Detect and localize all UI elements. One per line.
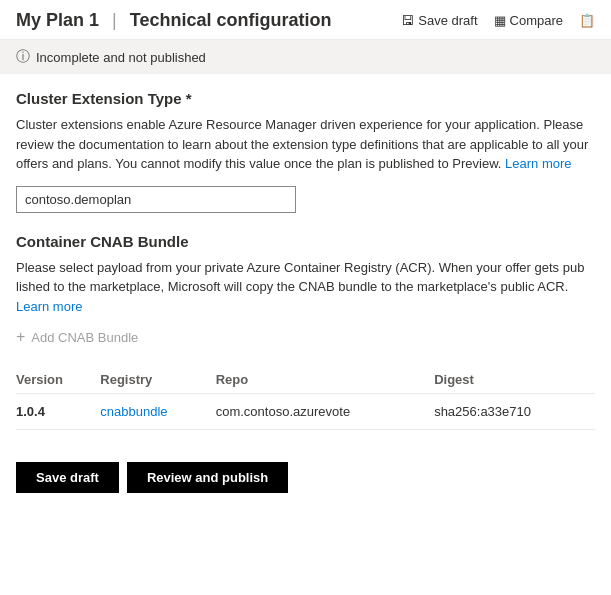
cluster-extension-section: Cluster Extension Type * Cluster extensi… [16, 90, 595, 213]
save-icon: 🖫 [401, 13, 414, 28]
table-row: 1.0.4 cnabbundle com.contoso.azurevote s… [16, 394, 595, 430]
review-publish-button[interactable]: Review and publish [127, 462, 288, 493]
col-version: Version [16, 366, 100, 394]
row-registry[interactable]: cnabbundle [100, 394, 215, 430]
cnab-bundle-table: Version Registry Repo Digest 1.0.4 cnabb… [16, 366, 595, 430]
plus-icon: + [16, 328, 25, 346]
row-version: 1.0.4 [16, 394, 100, 430]
copy-icon: 📋 [579, 13, 595, 28]
status-bar: ⓘ Incomplete and not published [0, 40, 611, 74]
status-message: Incomplete and not published [36, 50, 206, 65]
add-cnab-bundle-button[interactable]: + Add CNAB Bundle [16, 328, 595, 346]
col-repo: Repo [216, 366, 434, 394]
footer-buttons: Save draft Review and publish [16, 454, 595, 493]
header-actions: 🖫 Save draft ▦ Compare 📋 [401, 13, 595, 28]
cnab-bundle-section: Container CNAB Bundle Please select payl… [16, 233, 595, 431]
title-separator: | [112, 10, 117, 30]
col-digest: Digest [434, 366, 595, 394]
save-draft-button[interactable]: Save draft [16, 462, 119, 493]
copy-button[interactable]: 📋 [579, 13, 595, 28]
cnab-bundle-title: Container CNAB Bundle [16, 233, 595, 250]
cnab-bundle-description: Please select payload from your private … [16, 258, 595, 317]
plan-name: My Plan 1 [16, 10, 99, 30]
cnab-bundle-learn-more[interactable]: Learn more [16, 299, 82, 314]
compare-icon: ▦ [494, 13, 506, 28]
add-bundle-label: Add CNAB Bundle [31, 330, 138, 345]
main-content: Cluster Extension Type * Cluster extensi… [0, 74, 611, 509]
info-icon: ⓘ [16, 48, 30, 66]
section-name: Technical configuration [130, 10, 332, 30]
col-registry: Registry [100, 366, 215, 394]
cluster-extension-learn-more[interactable]: Learn more [505, 156, 571, 171]
row-digest: sha256:a33e710 [434, 394, 595, 430]
cluster-extension-input[interactable] [16, 186, 296, 213]
save-draft-header-button[interactable]: 🖫 Save draft [401, 13, 477, 28]
page-header: My Plan 1 | Technical configuration 🖫 Sa… [0, 0, 611, 40]
compare-button[interactable]: ▦ Compare [494, 13, 563, 28]
table-header-row: Version Registry Repo Digest [16, 366, 595, 394]
header-title: My Plan 1 | Technical configuration [16, 10, 401, 31]
row-repo: com.contoso.azurevote [216, 394, 434, 430]
cluster-extension-title: Cluster Extension Type * [16, 90, 595, 107]
cluster-extension-description: Cluster extensions enable Azure Resource… [16, 115, 595, 174]
